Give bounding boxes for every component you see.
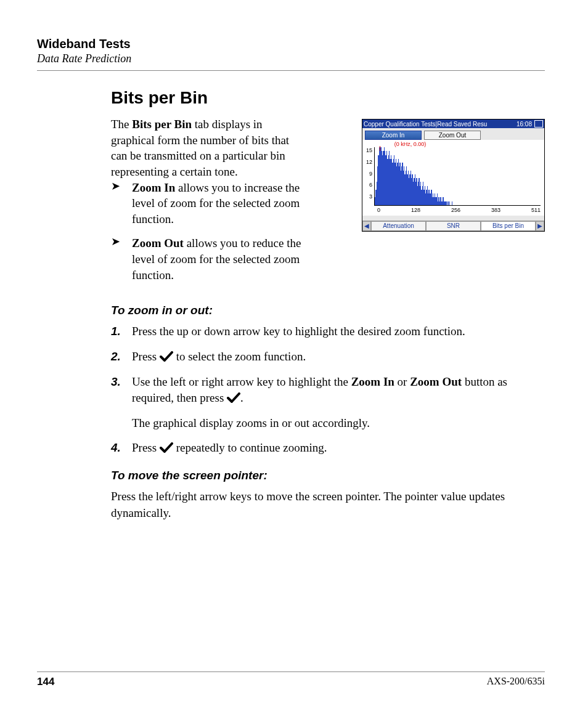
zoom-in-button[interactable]: Zoom In <box>365 131 422 140</box>
step-1: 1. Press the up or down arrow key to hig… <box>111 323 545 340</box>
check-icon <box>160 442 173 453</box>
device-time: 16:08 <box>517 121 532 128</box>
tab-scroll-left-icon[interactable]: ◀ <box>362 221 371 231</box>
chapter-subtitle: Data Rate Prediction <box>37 52 545 65</box>
step-3: 3. Use the left or right arrow key to hi… <box>111 374 545 432</box>
chart-y-axis: 15 12 9 6 3 <box>366 147 374 206</box>
page-number: 144 <box>37 676 54 688</box>
bullet-zoom-in: ➤ Zoom In allows you to increase the lev… <box>111 180 362 227</box>
device-chart-area: (0 kHz, 0.00) 15 12 9 6 3 <box>362 140 544 216</box>
battery-icon <box>534 120 543 128</box>
device-tabs: ◀ Attenuation SNR Bits per Bin ▶ <box>362 221 544 231</box>
intro-paragraph: The Bits per Bin tab displays in graphic… <box>111 116 308 180</box>
tab-snr[interactable]: SNR <box>426 221 481 231</box>
zoom-out-button[interactable]: Zoom Out <box>424 131 481 140</box>
device-toolbar: Zoom In Zoom Out <box>362 128 544 140</box>
chart-plot <box>374 147 541 206</box>
pointer-paragraph: Press the left/right arrow keys to move … <box>111 489 545 521</box>
device-title-text: Copper Qualification Tests|Read Saved Re… <box>364 121 487 128</box>
chart-x-axis: 0 128 256 383 511 <box>366 206 541 213</box>
cursor-readout: (0 kHz, 0.00) <box>323 141 497 147</box>
tab-scroll-right-icon[interactable]: ▶ <box>536 221 544 231</box>
device-titlebar: Copper Qualification Tests|Read Saved Re… <box>362 120 544 128</box>
section-title: Bits per Bin <box>111 88 545 108</box>
bullet-zoom-out: ➤ Zoom Out allows you to reduce the leve… <box>111 235 545 283</box>
subhead-zoom: To zoom in or out: <box>111 304 545 317</box>
chapter-title: Wideband Tests <box>37 37 545 51</box>
bullet-arrow-icon: ➤ <box>111 235 132 283</box>
step-2: 2. Press to select the zoom function. <box>111 349 545 365</box>
tab-bits-per-bin[interactable]: Bits per Bin <box>481 221 536 231</box>
check-icon <box>227 392 240 404</box>
subhead-pointer: To move the screen pointer: <box>111 469 545 482</box>
model-number: AXS-200/635i <box>487 676 545 688</box>
page-footer: 144 AXS-200/635i <box>37 671 545 688</box>
bullet-arrow-icon: ➤ <box>111 180 132 227</box>
check-icon <box>160 351 173 362</box>
device-screenshot: Copper Qualification Tests|Read Saved Re… <box>362 119 545 232</box>
header-rule <box>37 70 545 71</box>
step-4: 4. Press repeatedly to continue zooming. <box>111 440 545 456</box>
tab-attenuation[interactable]: Attenuation <box>371 221 426 231</box>
